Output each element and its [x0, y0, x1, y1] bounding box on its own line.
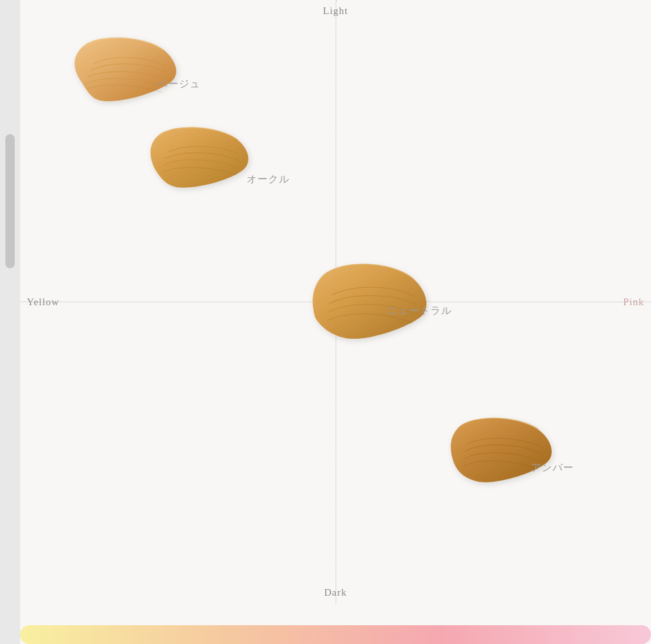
amber-label: アンバー: [531, 462, 574, 473]
neutral-label: ニュートラル: [388, 305, 452, 316]
beige-swatch[interactable]: [74, 38, 176, 101]
ochre-swatch[interactable]: [150, 127, 248, 188]
gradient-bar: [20, 625, 651, 644]
chart-area: Light Dark Yellow Pink: [20, 0, 651, 604]
neutral-swatch[interactable]: [312, 264, 426, 339]
scrollbar-thumb[interactable]: [5, 134, 15, 268]
ochre-label: オークル: [247, 174, 290, 184]
swatches-svg: ベージュ オークル: [20, 0, 651, 604]
beige-label: ベージュ: [158, 78, 200, 89]
scrollbar[interactable]: [0, 0, 20, 644]
